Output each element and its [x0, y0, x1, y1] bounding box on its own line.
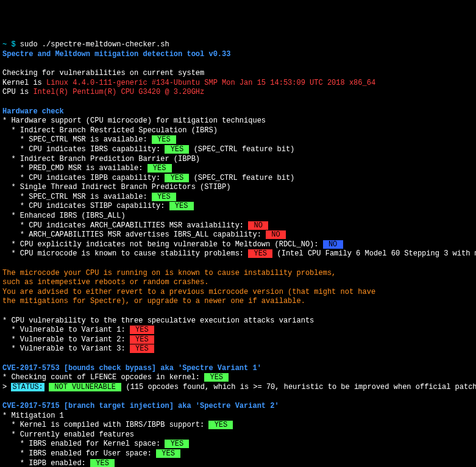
- not-vulnerable-badge: NOT VULNERABLE: [49, 383, 121, 391]
- pred-cmd-msr: * PRED_CMD MSR is available:: [2, 164, 147, 173]
- yes-badge: YES: [165, 440, 189, 448]
- yes-badge: YES: [130, 326, 154, 334]
- vuln-v3: * Vulnerable to Variant 3:: [2, 344, 130, 353]
- yes-badge: YES: [152, 135, 176, 144]
- command: sudo ./spectre-meltdown-checker.sh: [20, 40, 169, 49]
- hardware-check-header: Hardware check: [2, 107, 64, 116]
- cpu-label: CPU is: [2, 88, 33, 96]
- yes-badge: YES: [152, 193, 176, 201]
- yes-badge: YES: [130, 335, 154, 344]
- yes-badge: YES: [208, 421, 233, 429]
- kernel-value: Linux 4.4.0-111-generic #134-Ubuntu SMP …: [46, 79, 375, 87]
- vuln-v2: * Vulnerable to Variant 2:: [2, 335, 130, 344]
- ibpb-header: * Indirect Branch Prediction Barrier (IB…: [2, 155, 200, 163]
- warning-line-1: The microcode your CPU is running on is …: [2, 269, 336, 277]
- mit1-compiled: * Kernel is compiled with IBRS/IBPB supp…: [2, 421, 208, 429]
- tool-title: Spectre and Meltdown mitigation detectio…: [2, 50, 230, 59]
- no-badge: NO: [266, 230, 286, 239]
- lfence-check: * Checking count of LFENCE opcodes in ke…: [2, 373, 204, 382]
- microcode-stability: * CPU microcode is known to cause stabil…: [2, 249, 248, 258]
- no-badge: NO: [323, 240, 343, 249]
- yes-badge: YES: [156, 449, 180, 458]
- prompt: ~ $: [2, 40, 20, 49]
- cve-5715-header: CVE-2017-5715 [branch target injection] …: [2, 402, 279, 410]
- checking-line: Checking for vulnerabilities on current …: [2, 69, 204, 77]
- yes-badge: YES: [130, 344, 154, 353]
- rdcl-no: * CPU explicitly indicates not being vul…: [2, 240, 323, 249]
- eibrs-header: * Enhanced IBRS (IBRS_ALL): [2, 212, 126, 220]
- spec-ctrl-msr: * SPEC_CTRL MSR is available:: [2, 135, 152, 144]
- arch-cap-avail: * CPU indicates ARCH_CAPABILITIES MSR av…: [2, 221, 248, 230]
- ibrs-header: * Indirect Branch Restricted Speculation…: [2, 126, 218, 135]
- arch-cap-adv: * ARCH_CAPABILITIES MSR advertises IBRS_…: [2, 230, 266, 239]
- vuln-v1: * Vulnerable to Variant 1:: [2, 326, 130, 334]
- kernel-label: Kernel is: [2, 79, 46, 87]
- ibrs-user: * IBRS enabled for User space:: [2, 449, 156, 458]
- mitigation-1: * Mitigation 1: [2, 412, 64, 420]
- warning-line-2: such as intempestive reboots or random c…: [2, 278, 208, 287]
- no-badge: NO: [248, 221, 268, 230]
- warning-line-3: You are advised to either revert to a pr…: [2, 288, 375, 296]
- cve1-detail: (115 opcodes found, which is >= 70, heur…: [121, 383, 476, 391]
- ibrs-capability: * CPU indicates IBRS capability:: [2, 145, 165, 154]
- feature-bit: (SPEC_CTRL feature bit): [189, 174, 294, 182]
- feature-bit: (SPEC_CTRL feature bit): [189, 145, 294, 154]
- yes-badge: YES: [248, 249, 272, 258]
- stibp-header: * Single Thread Indirect Branch Predicto…: [2, 183, 230, 191]
- spec-ctrl-msr-2: * SPEC_CTRL MSR is available:: [2, 193, 152, 201]
- hw-support-line: * Hardware support (CPU microcode) for m…: [2, 116, 266, 125]
- terminal-output: ~ $ sudo ./spectre-meltdown-checker.sh S…: [2, 40, 474, 467]
- status-label: STATUS:: [11, 383, 44, 391]
- yes-badge: YES: [147, 164, 172, 173]
- ibpb-capability: * CPU indicates IBPB capability:: [2, 174, 165, 182]
- yes-badge: YES: [169, 202, 194, 210]
- ibpb-enabled: * IBPB enabled:: [2, 459, 90, 468]
- ibrs-kernel: * IBRS enabled for Kernel space:: [2, 440, 165, 448]
- warning-line-4: the mitigations for Spectre), or upgrade…: [2, 297, 305, 305]
- microcode-detail: (Intel CPU Family 6 Model 60 Stepping 3 …: [272, 249, 476, 258]
- mit1-current: * Currently enabled features: [2, 430, 134, 439]
- cve-5753-header: CVE-2017-5753 [bounds check bypass] aka …: [2, 364, 261, 373]
- vuln-header: * CPU vulnerability to the three specula…: [2, 316, 314, 325]
- status-prefix: >: [2, 383, 11, 391]
- yes-badge: YES: [204, 373, 229, 382]
- stibp-capability: * CPU indicates STIBP capability:: [2, 202, 169, 210]
- yes-badge: YES: [165, 145, 189, 154]
- yes-badge: YES: [90, 459, 115, 468]
- cpu-value: Intel(R) Pentium(R) CPU G3420 @ 3.20GHz: [33, 88, 204, 96]
- yes-badge: YES: [165, 174, 189, 182]
